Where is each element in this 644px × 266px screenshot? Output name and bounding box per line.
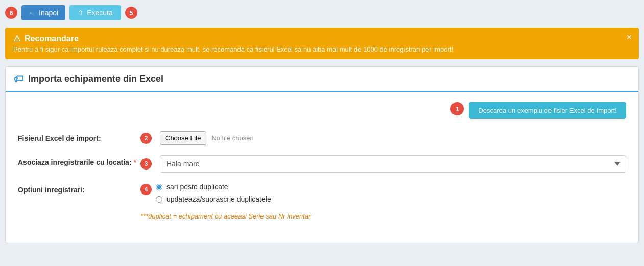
file-control-wrap: 2 Choose File No file chosen — [140, 131, 626, 145]
radio-skip-label[interactable]: sari peste duplicate — [156, 183, 271, 191]
radio-skip[interactable] — [156, 184, 162, 190]
badge-3: 3 — [140, 158, 152, 170]
badge-1: 1 — [450, 102, 464, 115]
toolbar: 6 ← Inapoi ⇧ Executa 5 — [5, 5, 639, 20]
warning-icon: ⚠ — [13, 34, 20, 43]
no-file-text: No file chosen — [211, 134, 253, 142]
options-control-wrap: 4 sari peste duplicate updateaza/suprasc… — [140, 183, 626, 220]
location-select[interactable]: Hala mare — [160, 155, 626, 173]
badge-2: 2 — [140, 133, 152, 144]
badge-back: 6 — [5, 7, 17, 19]
options-row: Optiuni inregistrari: 4 sari peste dupli… — [18, 183, 626, 220]
tag-icon: 🏷 — [14, 73, 24, 85]
location-label: Asociaza inregistrarile cu locatia: * — [18, 155, 140, 166]
card-header: 🏷 Importa echipamente din Excel — [6, 67, 638, 92]
badge-4: 4 — [140, 184, 152, 195]
warning-banner: ⚠ Recomandare Pentru a fi sigur ca impor… — [5, 28, 639, 59]
warning-text: Pentru a fi sigur ca importul ruleaza co… — [13, 45, 631, 53]
arrow-left-icon: ← — [29, 9, 36, 17]
radio-group: sari peste duplicate updateaza/suprascri… — [156, 183, 271, 203]
location-control-wrap: 3 Hala mare — [140, 155, 626, 173]
duplicate-note: ***duplicat = echipament cu aceeasi Seri… — [140, 212, 311, 220]
main-card: 🏷 Importa echipamente din Excel 1 Descar… — [5, 66, 639, 243]
download-excel-button[interactable]: Descarca un exemplu de fisier Excel de i… — [469, 102, 626, 119]
executa-button[interactable]: ⇧ Executa — [69, 5, 121, 20]
radio-update[interactable] — [156, 196, 162, 203]
back-button[interactable]: ← Inapoi — [21, 5, 65, 20]
download-row: 1 Descarca un exemplu de fisier Excel de… — [18, 102, 626, 119]
card-body: 1 Descarca un exemplu de fisier Excel de… — [6, 92, 638, 243]
card-title: Importa echipamente din Excel — [28, 74, 163, 84]
options-label: Optiuni inregistrari: — [18, 183, 140, 194]
required-marker: * — [133, 158, 136, 166]
radio-update-label[interactable]: updateaza/suprascrie duplicatele — [156, 195, 271, 203]
choose-file-button[interactable]: Choose File — [160, 131, 206, 145]
file-label: Fisierul Excel de import: — [18, 131, 140, 142]
warning-close-button[interactable]: × — [626, 33, 632, 42]
upload-icon: ⇧ — [78, 9, 84, 17]
file-input-wrapper: Choose File No file chosen — [160, 131, 254, 145]
warning-title: ⚠ Recomandare — [13, 34, 631, 43]
file-input-row: Fisierul Excel de import: 2 Choose File … — [18, 131, 626, 145]
badge-executa: 5 — [125, 7, 137, 19]
location-row: Asociaza inregistrarile cu locatia: * 3 … — [18, 155, 626, 173]
